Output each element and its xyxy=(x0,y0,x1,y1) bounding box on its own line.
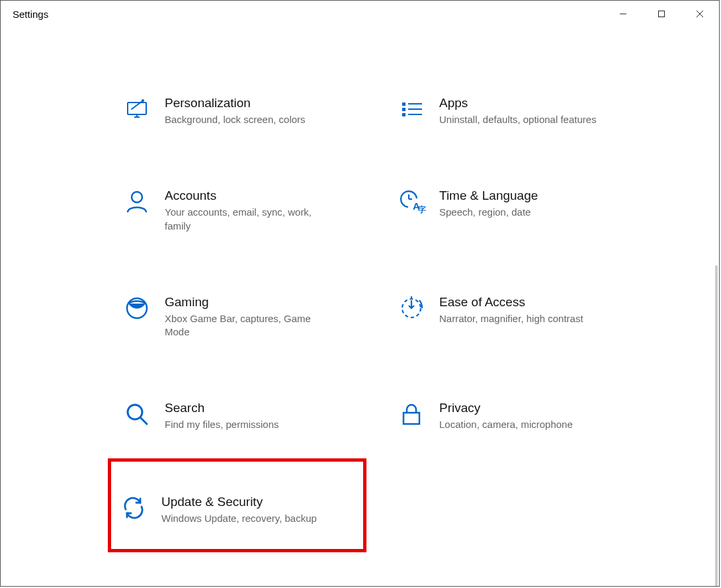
tile-title: Search xyxy=(165,401,279,415)
svg-rect-8 xyxy=(402,103,405,106)
tile-privacy[interactable]: Privacy Location, camera, microphone xyxy=(393,397,641,441)
privacy-icon xyxy=(397,399,426,429)
ease-of-access-icon xyxy=(397,294,426,323)
window-title: Settings xyxy=(13,9,48,20)
svg-rect-4 xyxy=(128,103,146,114)
tile-personalization[interactable]: Personalization Background, lock screen,… xyxy=(118,92,366,136)
tile-title: Privacy xyxy=(439,401,573,415)
tile-title: Accounts xyxy=(165,189,337,203)
tile-title: Update & Security xyxy=(161,495,317,509)
svg-rect-10 xyxy=(402,113,405,116)
tile-time-language[interactable]: A 字 Time & Language Speech, region, date xyxy=(393,185,641,242)
tile-title: Time & Language xyxy=(439,189,538,203)
tile-gaming[interactable]: Gaming Xbox Game Bar, captures, Game Mod… xyxy=(118,291,366,349)
tile-update-security[interactable]: Update & Security Windows Update, recove… xyxy=(108,458,366,552)
tile-ease-of-access[interactable]: Ease of Access Narrator, magnifier, high… xyxy=(393,291,641,349)
tile-desc: Narrator, magnifier, high contrast xyxy=(439,312,583,325)
time-language-icon: A 字 xyxy=(397,187,426,216)
svg-rect-9 xyxy=(402,108,405,111)
settings-content: Personalization Background, lock screen,… xyxy=(1,34,719,586)
settings-window: Settings xyxy=(0,0,720,587)
maximize-button[interactable] xyxy=(642,1,681,27)
tile-desc: Windows Update, recovery, backup xyxy=(161,512,317,525)
tile-title: Personalization xyxy=(165,96,306,110)
scrollbar[interactable] xyxy=(715,265,718,586)
tile-title: Apps xyxy=(439,96,597,110)
tile-desc: Your accounts, email, sync, work, family xyxy=(165,206,337,233)
titlebar: Settings xyxy=(1,1,719,27)
tile-title: Gaming xyxy=(165,295,337,310)
accounts-icon xyxy=(122,187,151,216)
tile-apps[interactable]: Apps Uninstall, defaults, optional featu… xyxy=(393,92,641,136)
svg-rect-1 xyxy=(659,11,665,17)
svg-line-24 xyxy=(140,417,147,424)
tile-desc: Background, lock screen, colors xyxy=(165,113,306,126)
tile-desc: Xbox Game Bar, captures, Game Mode xyxy=(165,312,337,339)
svg-rect-25 xyxy=(403,413,419,424)
window-buttons xyxy=(604,1,719,27)
tile-desc: Find my files, permissions xyxy=(165,418,279,431)
tile-accounts[interactable]: Accounts Your accounts, email, sync, wor… xyxy=(118,185,366,242)
tile-search[interactable]: Search Find my files, permissions xyxy=(118,397,366,441)
close-button[interactable] xyxy=(681,1,719,27)
tile-desc: Speech, region, date xyxy=(439,206,538,219)
svg-text:字: 字 xyxy=(418,205,426,214)
tile-desc: Uninstall, defaults, optional features xyxy=(439,113,597,126)
personalization-icon xyxy=(122,95,151,124)
search-icon xyxy=(122,399,151,429)
tile-title: Ease of Access xyxy=(439,295,583,310)
minimize-button[interactable] xyxy=(604,1,642,27)
settings-grid: Personalization Background, lock screen,… xyxy=(118,92,641,552)
apps-icon xyxy=(397,95,426,124)
update-security-icon xyxy=(119,493,148,523)
gaming-icon xyxy=(122,294,151,323)
svg-point-14 xyxy=(132,192,142,202)
svg-point-7 xyxy=(142,99,144,102)
tile-desc: Location, camera, microphone xyxy=(439,418,573,431)
